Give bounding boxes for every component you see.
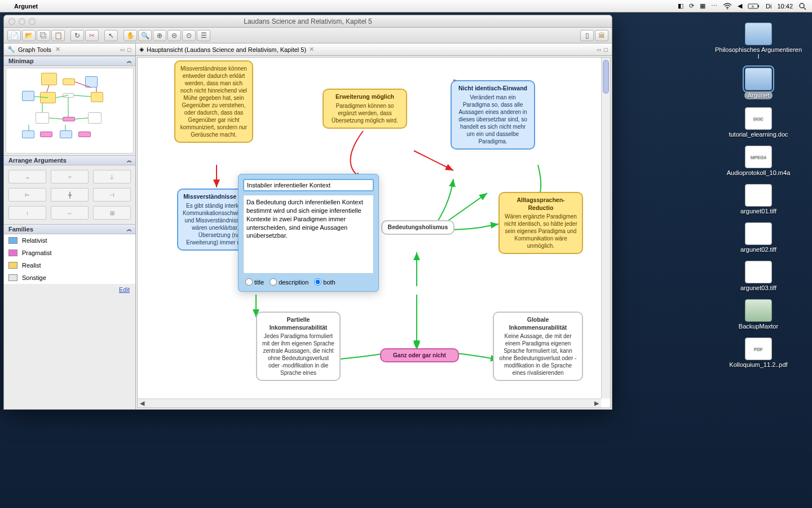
perspective-button[interactable]: ▯	[580, 30, 594, 41]
svg-rect-2	[758, 5, 759, 7]
graph-tools-tab[interactable]: 🔧 Graph Tools ✕ ▭▢	[4, 43, 135, 56]
swatch	[8, 249, 17, 256]
close-tab-icon[interactable]: ✕	[55, 46, 60, 53]
zoom-in-button[interactable]: ⊕	[153, 30, 166, 41]
spaces-icon[interactable]: ▦	[700, 2, 705, 10]
cut-button[interactable]: ✂	[85, 30, 99, 41]
collapse-icon[interactable]: ︽	[127, 58, 132, 65]
volume-icon[interactable]: ◀	[738, 2, 742, 10]
main-tab-label: Hauptansicht (Laudans Science and Relati…	[147, 46, 306, 53]
node-missverstaendnisse[interactable]: Missverständnisse können entweder dadurc…	[174, 60, 253, 143]
node-editor[interactable]: title description both	[238, 174, 379, 292]
family-label: Relativist	[22, 237, 47, 244]
bluetooth-icon[interactable]: ⋯	[711, 2, 717, 10]
minimize-button[interactable]	[19, 18, 25, 25]
minimap-label: Minimap	[8, 58, 34, 64]
minimap[interactable]	[6, 68, 134, 154]
arrange-btn-2[interactable]: ⫟	[51, 170, 89, 183]
canvas[interactable]: Missverständnisse können entweder dadurc…	[137, 57, 611, 408]
desktop-image[interactable]: argunet01.tiff	[713, 184, 804, 214]
collapse-icon[interactable]: ︽	[127, 157, 132, 164]
close-button[interactable]	[8, 18, 15, 25]
node-alltagssprachen[interactable]: Alltagssprachen-Reductio Wären ergänzte …	[498, 192, 583, 254]
scroll-right-icon[interactable]: ▶	[592, 400, 601, 408]
scroll-left-icon[interactable]: ◀	[138, 400, 147, 408]
desktop-doc[interactable]: DOCtutorial_elearning.doc	[713, 107, 804, 138]
node-title: Ganz oder gar nicht	[387, 352, 452, 359]
desktop-image[interactable]: argunet03.tiff	[713, 261, 804, 291]
radio-both[interactable]: both	[314, 278, 335, 286]
sync-icon[interactable]: ⟳	[689, 2, 694, 10]
node-globale[interactable]: Globale Inkommensurabilität Keine Aussag…	[493, 312, 583, 381]
main-view-tab[interactable]: ◈ Hauptansicht (Laudans Science and Rela…	[136, 43, 612, 56]
edit-link[interactable]: Edit	[4, 284, 135, 295]
open-button[interactable]: 📂	[22, 30, 36, 41]
layout-button[interactable]: ☰	[197, 30, 210, 41]
arrange-btn-1[interactable]: ⫠	[8, 170, 46, 183]
node-body: Keine Aussage, die mit der einem Paradig…	[498, 332, 577, 376]
minimap-section-header[interactable]: Minimap ︽	[4, 56, 135, 66]
node-title: Partielle Inkommensurabilität	[262, 316, 335, 331]
close-tab-icon[interactable]: ✕	[309, 46, 314, 53]
arrange-btn-5[interactable]: ╋	[51, 188, 89, 202]
families-section-header[interactable]: Families ︽	[4, 224, 135, 234]
hand-tool[interactable]: ✋	[123, 30, 137, 41]
family-relativist[interactable]: Relativist	[4, 234, 135, 247]
node-erweiterung[interactable]: Erweiterung möglich Paradigmen können so…	[323, 89, 407, 129]
radio-title[interactable]: title	[245, 278, 264, 286]
clock-time[interactable]: 10:42	[777, 3, 793, 10]
zoom-tool[interactable]: 🔍	[138, 30, 152, 41]
wifi-icon[interactable]	[723, 3, 732, 10]
arrange-btn-9[interactable]: ⊞	[93, 206, 131, 220]
desktop-folder-argunet[interactable]: Argunet	[713, 68, 804, 99]
node-ganz-oder-gar-nicht[interactable]: Ganz oder gar nicht	[380, 348, 459, 362]
battery-icon[interactable]: ✕	[748, 3, 760, 10]
radio-description[interactable]: description	[270, 278, 308, 286]
family-realist[interactable]: Realist	[4, 259, 135, 271]
arrange-btn-3[interactable]: ⊥	[93, 170, 131, 183]
zoom-out-button[interactable]: ⊖	[167, 30, 181, 41]
family-pragmatist[interactable]: Pragmatist	[4, 247, 135, 259]
maximize-view-icon[interactable]: ▢	[127, 47, 132, 52]
arrange-btn-7[interactable]: ↕	[8, 206, 46, 220]
desktop-drive[interactable]: BackupMaxtor	[713, 299, 804, 330]
spotlight-icon[interactable]	[798, 2, 806, 10]
arrange-btn-8[interactable]: ↔	[51, 206, 89, 220]
menu-extra-icon[interactable]: ◧	[678, 2, 683, 10]
graph-icon: ◈	[139, 46, 144, 53]
node-nicht-identisch[interactable]: Nicht identisch-Einwand Verändert man ei…	[451, 80, 535, 150]
desktop-pdf[interactable]: PDFKolloquium_11.2..pdf	[713, 338, 804, 368]
node-partielle[interactable]: Partielle Inkommensurabilität Jedes Para…	[256, 312, 341, 381]
titlebar[interactable]: Laudans Science and Relativism, Kapitel …	[4, 15, 612, 28]
minimize-view-icon[interactable]: ▭	[120, 47, 125, 52]
zoom-button[interactable]	[29, 18, 36, 25]
scroll-thumb[interactable]	[603, 60, 609, 94]
clock-day[interactable]: Di	[766, 3, 771, 10]
new-button[interactable]: 📄	[7, 30, 21, 41]
horizontal-scrollbar[interactable]: ◀ ▶	[138, 398, 601, 408]
copy-button[interactable]: ⿻	[37, 30, 50, 41]
node-title-input[interactable]	[243, 179, 374, 191]
minimize-view-icon[interactable]: ▭	[597, 47, 602, 52]
library-button[interactable]: 🏛	[595, 30, 608, 41]
desktop-image[interactable]: argunet02.tiff	[713, 222, 804, 253]
graph-tools-label: Graph Tools	[18, 46, 51, 53]
paste-button[interactable]: 📋	[51, 30, 65, 41]
node-description-textarea[interactable]	[243, 195, 374, 274]
icon-label: Audioprotokoll_10.m4a	[727, 169, 791, 176]
svg-line-11	[49, 118, 63, 119]
vertical-scrollbar[interactable]	[601, 58, 610, 398]
family-sonstige[interactable]: Sonstige	[4, 271, 135, 284]
arrange-btn-6[interactable]: ⊣	[93, 188, 131, 202]
app-name[interactable]: Argunet	[14, 3, 38, 10]
arrange-btn-4[interactable]: ⊢	[8, 188, 46, 202]
maximize-view-icon[interactable]: ▢	[603, 47, 608, 52]
desktop-audio[interactable]: MPEG4Audioprotokoll_10.m4a	[713, 146, 804, 176]
refresh-button[interactable]: ↻	[70, 30, 84, 41]
arrange-section-header[interactable]: Arrange Arguments ︽	[4, 155, 135, 165]
collapse-icon[interactable]: ︽	[127, 226, 132, 233]
desktop-folder[interactable]: Philosophisches Argumentieren I	[713, 23, 804, 60]
node-bedeutungsholismus[interactable]: Bedeutungsholismus	[381, 220, 454, 235]
zoom-fit-button[interactable]: ⊙	[182, 30, 196, 41]
pointer-tool[interactable]: ↖	[104, 30, 118, 41]
